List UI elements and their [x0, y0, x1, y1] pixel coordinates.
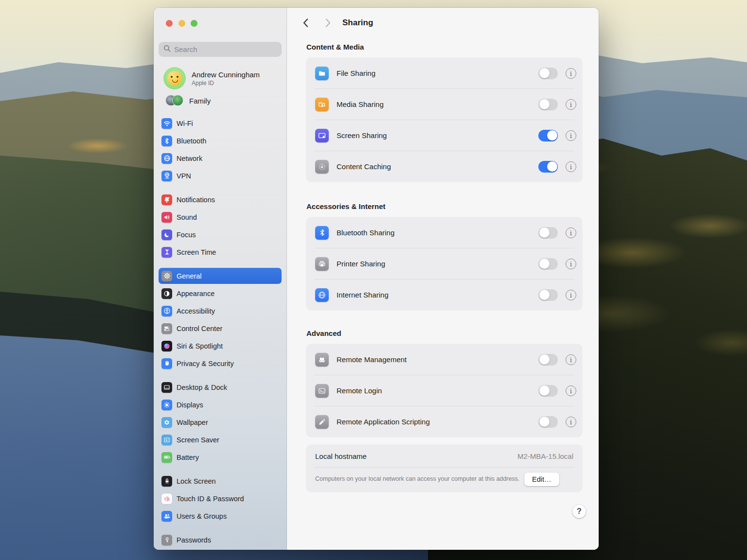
content-body: Content & Media File Sharing i Media Sha…	[287, 38, 599, 550]
sidebar-item-appearance[interactable]: Appearance	[159, 285, 282, 301]
sidebar-item-network[interactable]: Network	[159, 150, 282, 166]
sidebar-item-displays[interactable]: Displays	[159, 397, 282, 413]
sidebar-item-control-center[interactable]: Control Center	[159, 320, 282, 336]
printer-sharing-info-icon[interactable]: i	[566, 259, 576, 269]
sidebar-item-notifications[interactable]: Notifications	[159, 192, 282, 208]
sidebar-item-users-groups[interactable]: Users & Groups	[159, 508, 282, 524]
gear-icon	[161, 271, 172, 281]
sidebar-item-sound[interactable]: Sound	[159, 209, 282, 225]
internet-sharing-info-icon[interactable]: i	[566, 290, 576, 300]
help-area: ?	[306, 505, 586, 518]
edit-button[interactable]: Edit…	[524, 472, 559, 486]
globe-icon	[161, 153, 172, 164]
printer-sharing-toggle[interactable]	[538, 258, 558, 270]
internet-sharing-icon	[315, 288, 329, 302]
desktop: Search Andrew Cunningham Apple ID Family…	[0, 0, 747, 560]
sidebar-item-battery[interactable]: Battery	[159, 449, 282, 465]
help-button[interactable]: ?	[572, 505, 586, 518]
sidebar-group-system: General Appearance Accessibility Control…	[159, 268, 282, 371]
sidebar-item-general[interactable]: General	[159, 268, 282, 284]
file-sharing-toggle[interactable]	[538, 68, 558, 79]
vpn-globe-icon	[161, 171, 172, 181]
card-advanced: Remote Management i Remote Login i	[306, 344, 582, 437]
hostname-description-row: Computers on your local network can acce…	[306, 468, 582, 492]
internet-sharing-toggle[interactable]	[538, 289, 558, 301]
row-media-sharing: Media Sharing i	[306, 89, 582, 120]
profile-subtitle: Apple ID	[192, 80, 260, 87]
screen-sharing-info-icon[interactable]: i	[566, 130, 576, 141]
wifi-icon	[161, 118, 172, 129]
bluetooth-sharing-toggle[interactable]	[538, 227, 558, 239]
row-printer-sharing: Printer Sharing i	[306, 248, 582, 279]
speaker-icon	[161, 212, 172, 223]
back-button[interactable]	[300, 17, 311, 29]
search-input[interactable]: Search	[159, 42, 282, 57]
sidebar-item-passwords[interactable]: Passwords	[159, 532, 282, 548]
sidebar-item-screen-saver[interactable]: Screen Saver	[159, 432, 282, 448]
sidebar-item-screen-time[interactable]: Screen Time	[159, 244, 282, 260]
remote-login-info-icon[interactable]: i	[566, 385, 576, 396]
section-heading-accessories: Accessories & Internet	[306, 202, 582, 210]
sidebar-item-vpn[interactable]: VPN	[159, 168, 282, 184]
hostname-description: Computers on your local network can acce…	[315, 475, 524, 484]
screen-sharing-icon	[315, 129, 329, 142]
sidebar-item-lock-screen[interactable]: Lock Screen	[159, 473, 282, 489]
remote-scripting-toggle[interactable]	[538, 416, 558, 428]
bluetooth-sharing-info-icon[interactable]: i	[566, 228, 576, 238]
card-content-media: File Sharing i Media Sharing i Scr	[306, 58, 582, 182]
profile-name: Andrew Cunningham	[192, 70, 260, 79]
apple-id-item[interactable]: Andrew Cunningham Apple ID	[159, 67, 282, 90]
page-title: Sharing	[342, 18, 373, 28]
sidebar-item-wallpaper[interactable]: Wallpaper	[159, 414, 282, 430]
sidebar-item-desktop-dock[interactable]: Desktop & Dock	[159, 379, 282, 395]
remote-management-info-icon[interactable]: i	[566, 354, 576, 365]
family-avatars	[165, 95, 184, 106]
avatar	[163, 67, 186, 89]
sidebar-item-privacy-security[interactable]: Privacy & Security	[159, 355, 282, 371]
row-screen-sharing: Screen Sharing i	[306, 120, 582, 151]
remote-login-toggle[interactable]	[538, 385, 558, 397]
row-file-sharing: File Sharing i	[306, 58, 582, 88]
script-icon	[315, 415, 329, 429]
minimize-button[interactable]	[178, 20, 185, 27]
appearance-icon	[161, 288, 172, 299]
content-caching-info-icon[interactable]: i	[566, 161, 576, 172]
zoom-button[interactable]	[191, 20, 197, 27]
row-bluetooth-sharing: Bluetooth Sharing i	[306, 217, 582, 248]
search-placeholder: Search	[174, 45, 197, 53]
close-button[interactable]	[166, 20, 173, 27]
media-sharing-info-icon[interactable]: i	[566, 99, 576, 110]
accessibility-icon	[161, 306, 172, 316]
family-item[interactable]: Family	[159, 94, 282, 107]
control-center-icon	[161, 323, 172, 334]
media-sharing-toggle[interactable]	[538, 99, 558, 110]
sidebar: Search Andrew Cunningham Apple ID Family…	[154, 8, 287, 550]
file-sharing-info-icon[interactable]: i	[566, 68, 576, 79]
sidebar-item-touch-id[interactable]: Touch ID & Password	[159, 490, 282, 507]
traffic-lights	[159, 20, 282, 27]
sidebar-group-display: Desktop & Dock Displays Wallpaper Screen…	[159, 379, 282, 465]
section-heading-advanced: Advanced	[306, 329, 582, 337]
row-remote-scripting: Remote Application Scripting i	[306, 406, 582, 437]
search-icon	[163, 45, 171, 54]
sidebar-item-bluetooth[interactable]: Bluetooth	[159, 133, 282, 149]
users-icon	[161, 511, 172, 522]
content-caching-toggle[interactable]	[538, 161, 558, 173]
sidebar-item-focus[interactable]: Focus	[159, 227, 282, 243]
remote-scripting-info-icon[interactable]: i	[566, 417, 576, 427]
sidebar-item-wifi[interactable]: Wi-Fi	[159, 115, 282, 131]
sun-icon	[161, 400, 172, 410]
sidebar-item-siri-spotlight[interactable]: Siri & Spotlight	[159, 338, 282, 354]
remote-management-toggle[interactable]	[538, 354, 558, 366]
forward-button[interactable]	[322, 17, 334, 29]
key-icon	[161, 535, 172, 545]
content-pane: Sharing Content & Media File Sharing i M…	[287, 8, 599, 550]
binoculars-icon	[315, 353, 329, 367]
sidebar-item-accessibility[interactable]: Accessibility	[159, 303, 282, 319]
row-internet-sharing: Internet Sharing i	[306, 280, 582, 310]
screen-sharing-toggle[interactable]	[538, 130, 558, 141]
moon-icon	[161, 229, 172, 240]
hourglass-icon	[161, 247, 172, 258]
flower-icon	[161, 417, 172, 428]
screen-saver-icon	[161, 435, 172, 445]
